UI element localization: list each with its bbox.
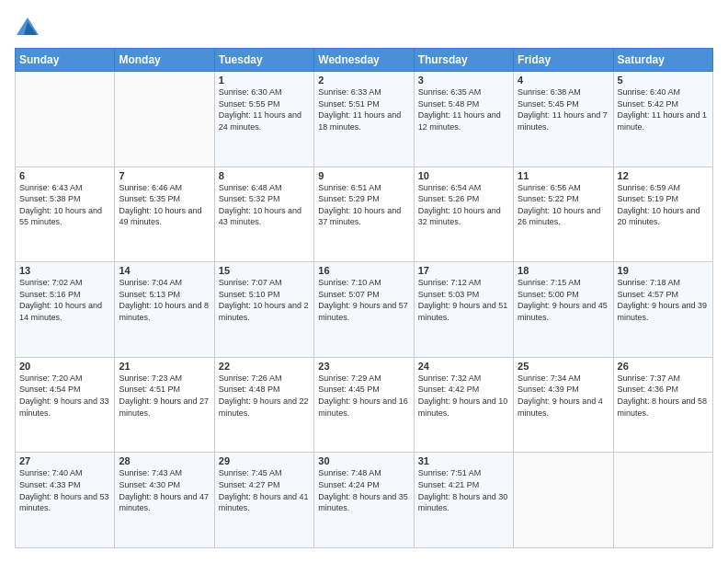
- day-info: Sunrise: 7:23 AMSunset: 4:51 PMDaylight:…: [119, 373, 210, 419]
- day-info: Sunrise: 7:15 AMSunset: 5:00 PMDaylight:…: [518, 277, 609, 323]
- day-cell: 17 Sunrise: 7:12 AMSunset: 5:03 PMDaylig…: [414, 262, 513, 358]
- day-number: 4: [518, 75, 609, 86]
- day-info: Sunrise: 7:45 AMSunset: 4:27 PMDaylight:…: [219, 467, 310, 513]
- day-cell: 10 Sunrise: 6:54 AMSunset: 5:26 PMDaylig…: [414, 167, 513, 262]
- day-cell: [613, 453, 712, 548]
- day-info: Sunrise: 7:18 AMSunset: 4:57 PMDaylight:…: [618, 277, 709, 323]
- day-info: Sunrise: 6:59 AMSunset: 5:19 PMDaylight:…: [618, 182, 709, 228]
- day-number: 28: [119, 455, 210, 466]
- calendar-table: SundayMondayTuesdayWednesdayThursdayFrid…: [15, 48, 713, 548]
- day-cell: 27 Sunrise: 7:40 AMSunset: 4:33 PMDaylig…: [16, 453, 115, 548]
- day-number: 5: [618, 75, 709, 86]
- day-info: Sunrise: 7:10 AMSunset: 5:07 PMDaylight:…: [318, 277, 409, 323]
- day-cell: 8 Sunrise: 6:48 AMSunset: 5:32 PMDayligh…: [214, 167, 313, 262]
- day-info: Sunrise: 7:43 AMSunset: 4:30 PMDaylight:…: [119, 467, 210, 513]
- day-number: 9: [318, 170, 409, 181]
- day-number: 20: [19, 361, 110, 372]
- header: [15, 15, 713, 40]
- day-number: 16: [318, 265, 409, 276]
- day-cell: 7 Sunrise: 6:46 AMSunset: 5:35 PMDayligh…: [115, 167, 214, 262]
- day-number: 14: [119, 265, 210, 276]
- weekday-header-sunday: Sunday: [16, 49, 115, 72]
- week-row-4: 20 Sunrise: 7:20 AMSunset: 4:54 PMDaylig…: [16, 357, 713, 453]
- day-cell: 3 Sunrise: 6:35 AMSunset: 5:48 PMDayligh…: [414, 72, 513, 167]
- page: SundayMondayTuesdayWednesdayThursdayFrid…: [0, 0, 728, 563]
- logo-icon: [15, 15, 40, 40]
- day-number: 10: [418, 170, 509, 181]
- day-info: Sunrise: 7:48 AMSunset: 4:24 PMDaylight:…: [318, 467, 409, 513]
- day-cell: [514, 453, 613, 548]
- weekday-header-friday: Friday: [514, 49, 613, 72]
- day-cell: 20 Sunrise: 7:20 AMSunset: 4:54 PMDaylig…: [16, 357, 115, 453]
- day-info: Sunrise: 6:43 AMSunset: 5:38 PMDaylight:…: [19, 182, 110, 228]
- day-info: Sunrise: 7:34 AMSunset: 4:39 PMDaylight:…: [518, 373, 609, 419]
- weekday-header-saturday: Saturday: [613, 49, 712, 72]
- day-cell: 1 Sunrise: 6:30 AMSunset: 5:55 PMDayligh…: [214, 72, 313, 167]
- day-info: Sunrise: 6:35 AMSunset: 5:48 PMDaylight:…: [418, 86, 509, 132]
- day-number: 29: [219, 455, 310, 466]
- day-cell: 5 Sunrise: 6:40 AMSunset: 5:42 PMDayligh…: [613, 72, 712, 167]
- day-info: Sunrise: 7:04 AMSunset: 5:13 PMDaylight:…: [119, 277, 210, 323]
- week-row-3: 13 Sunrise: 7:02 AMSunset: 5:16 PMDaylig…: [16, 262, 713, 358]
- day-cell: 21 Sunrise: 7:23 AMSunset: 4:51 PMDaylig…: [115, 357, 214, 453]
- day-info: Sunrise: 7:29 AMSunset: 4:45 PMDaylight:…: [318, 373, 409, 419]
- day-number: 7: [119, 170, 210, 181]
- day-number: 27: [19, 455, 110, 466]
- weekday-header-monday: Monday: [115, 49, 214, 72]
- day-number: 6: [19, 170, 110, 181]
- day-info: Sunrise: 6:48 AMSunset: 5:32 PMDaylight:…: [219, 182, 310, 228]
- day-cell: 22 Sunrise: 7:26 AMSunset: 4:48 PMDaylig…: [214, 357, 313, 453]
- day-info: Sunrise: 7:20 AMSunset: 4:54 PMDaylight:…: [19, 373, 110, 419]
- day-number: 19: [618, 265, 709, 276]
- day-cell: 14 Sunrise: 7:04 AMSunset: 5:13 PMDaylig…: [115, 262, 214, 358]
- day-number: 24: [418, 361, 509, 372]
- day-cell: 24 Sunrise: 7:32 AMSunset: 4:42 PMDaylig…: [414, 357, 513, 453]
- day-number: 12: [618, 170, 709, 181]
- day-info: Sunrise: 6:46 AMSunset: 5:35 PMDaylight:…: [119, 182, 210, 228]
- day-cell: 28 Sunrise: 7:43 AMSunset: 4:30 PMDaylig…: [115, 453, 214, 548]
- weekday-header-wednesday: Wednesday: [314, 49, 414, 72]
- day-cell: 16 Sunrise: 7:10 AMSunset: 5:07 PMDaylig…: [314, 262, 414, 358]
- day-cell: 25 Sunrise: 7:34 AMSunset: 4:39 PMDaylig…: [514, 357, 613, 453]
- week-row-5: 27 Sunrise: 7:40 AMSunset: 4:33 PMDaylig…: [16, 453, 713, 548]
- day-info: Sunrise: 7:26 AMSunset: 4:48 PMDaylight:…: [219, 373, 310, 419]
- day-number: 18: [518, 265, 609, 276]
- day-info: Sunrise: 6:33 AMSunset: 5:51 PMDaylight:…: [318, 86, 409, 132]
- weekday-header-row: SundayMondayTuesdayWednesdayThursdayFrid…: [16, 49, 713, 72]
- day-number: 1: [219, 75, 310, 86]
- day-info: Sunrise: 6:38 AMSunset: 5:45 PMDaylight:…: [518, 86, 609, 132]
- day-cell: 15 Sunrise: 7:07 AMSunset: 5:10 PMDaylig…: [214, 262, 313, 358]
- day-info: Sunrise: 7:07 AMSunset: 5:10 PMDaylight:…: [219, 277, 310, 323]
- day-info: Sunrise: 6:30 AMSunset: 5:55 PMDaylight:…: [219, 86, 310, 132]
- day-number: 3: [418, 75, 509, 86]
- logo: [15, 15, 44, 40]
- day-info: Sunrise: 7:02 AMSunset: 5:16 PMDaylight:…: [19, 277, 110, 323]
- day-number: 30: [318, 455, 409, 466]
- day-number: 17: [418, 265, 509, 276]
- day-cell: 9 Sunrise: 6:51 AMSunset: 5:29 PMDayligh…: [314, 167, 414, 262]
- day-cell: 4 Sunrise: 6:38 AMSunset: 5:45 PMDayligh…: [514, 72, 613, 167]
- day-cell: 18 Sunrise: 7:15 AMSunset: 5:00 PMDaylig…: [514, 262, 613, 358]
- day-number: 13: [19, 265, 110, 276]
- week-row-1: 1 Sunrise: 6:30 AMSunset: 5:55 PMDayligh…: [16, 72, 713, 167]
- weekday-header-thursday: Thursday: [414, 49, 513, 72]
- day-number: 26: [618, 361, 709, 372]
- day-cell: 30 Sunrise: 7:48 AMSunset: 4:24 PMDaylig…: [314, 453, 414, 548]
- day-cell: 29 Sunrise: 7:45 AMSunset: 4:27 PMDaylig…: [214, 453, 313, 548]
- day-info: Sunrise: 7:12 AMSunset: 5:03 PMDaylight:…: [418, 277, 509, 323]
- day-number: 22: [219, 361, 310, 372]
- day-number: 15: [219, 265, 310, 276]
- day-info: Sunrise: 6:56 AMSunset: 5:22 PMDaylight:…: [518, 182, 609, 228]
- day-info: Sunrise: 6:40 AMSunset: 5:42 PMDaylight:…: [618, 86, 709, 132]
- day-number: 25: [518, 361, 609, 372]
- day-cell: 13 Sunrise: 7:02 AMSunset: 5:16 PMDaylig…: [16, 262, 115, 358]
- day-info: Sunrise: 7:37 AMSunset: 4:36 PMDaylight:…: [618, 373, 709, 419]
- day-cell: 2 Sunrise: 6:33 AMSunset: 5:51 PMDayligh…: [314, 72, 414, 167]
- day-number: 2: [318, 75, 409, 86]
- day-cell: 11 Sunrise: 6:56 AMSunset: 5:22 PMDaylig…: [514, 167, 613, 262]
- day-info: Sunrise: 7:40 AMSunset: 4:33 PMDaylight:…: [19, 467, 110, 513]
- day-cell: 26 Sunrise: 7:37 AMSunset: 4:36 PMDaylig…: [613, 357, 712, 453]
- day-number: 31: [418, 455, 509, 466]
- week-row-2: 6 Sunrise: 6:43 AMSunset: 5:38 PMDayligh…: [16, 167, 713, 262]
- day-number: 21: [119, 361, 210, 372]
